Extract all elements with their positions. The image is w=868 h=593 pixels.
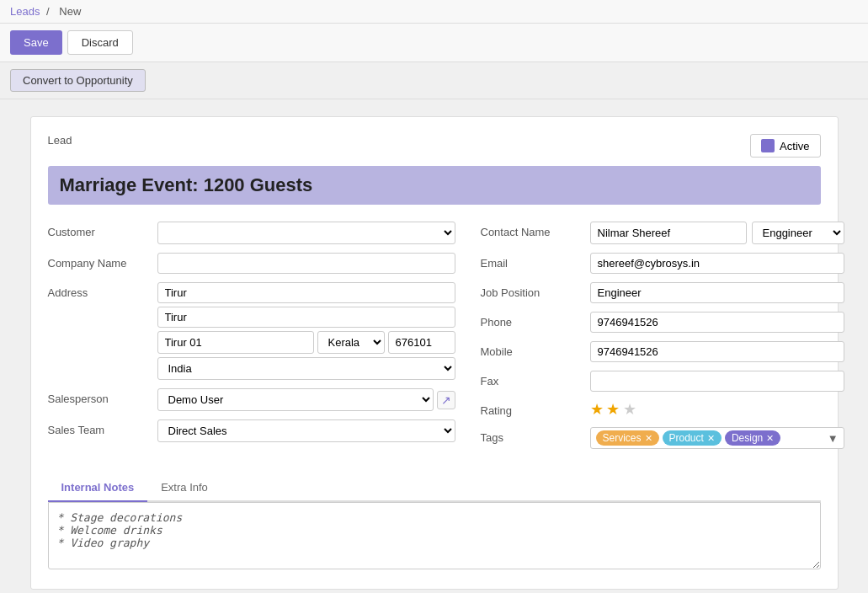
rating-group: Rating ★ ★ ★: [481, 400, 844, 419]
action-bar: Save Discard: [0, 24, 868, 62]
customer-group: Customer: [48, 222, 455, 244]
address-zip-input[interactable]: [388, 331, 455, 354]
tag-design-remove[interactable]: ✕: [766, 433, 774, 444]
tab-internal-notes[interactable]: Internal Notes: [48, 474, 148, 502]
main-content: Lead Active Marriage Event: 1200 Guests …: [0, 99, 868, 593]
address-inputs: Kerala India: [157, 282, 455, 380]
tag-services-remove[interactable]: ✕: [645, 433, 652, 444]
tag-design[interactable]: Design ✕: [725, 430, 780, 446]
email-label: Email: [481, 253, 582, 270]
tag-services[interactable]: Services ✕: [596, 430, 659, 446]
contact-name-label: Contact Name: [481, 222, 582, 238]
email-group: Email: [481, 253, 844, 274]
breadcrumb-leads-link[interactable]: Leads: [10, 5, 40, 18]
tag-product-remove[interactable]: ✕: [707, 433, 715, 444]
convert-bar: Convert to Opportunity: [0, 62, 868, 99]
sales-team-label: Sales Team: [48, 419, 149, 436]
salesperson-label: Salesperson: [48, 388, 149, 405]
left-column: Customer Company Name Address: [48, 222, 455, 457]
contact-name-group: Contact Name Enggineer: [481, 222, 844, 244]
job-position-input[interactable]: [590, 282, 844, 303]
tab-extra-info[interactable]: Extra Info: [147, 474, 221, 502]
salesperson-group: Salesperson Demo User ↗: [48, 388, 455, 411]
rating-label: Rating: [481, 400, 582, 417]
tags-dropdown-icon[interactable]: ▼: [828, 432, 839, 445]
status-icon: [761, 139, 775, 152]
address-label: Address: [48, 282, 149, 299]
rating-stars: ★ ★ ★: [590, 400, 636, 419]
salesperson-select[interactable]: Demo User: [157, 388, 434, 411]
tabs-bar: Internal Notes Extra Info: [48, 474, 821, 502]
contact-name-row: Enggineer: [590, 222, 844, 244]
tag-product[interactable]: Product ✕: [663, 430, 722, 446]
breadcrumb-separator: /: [46, 5, 50, 18]
form-card: Lead Active Marriage Event: 1200 Guests …: [30, 116, 839, 590]
sales-team-select[interactable]: Direct Sales: [157, 419, 455, 442]
discard-button[interactable]: Discard: [67, 30, 133, 55]
convert-to-opportunity-button[interactable]: Convert to Opportunity: [10, 69, 146, 92]
fax-input[interactable]: [590, 371, 844, 392]
sales-team-group: Sales Team Direct Sales: [48, 419, 455, 442]
star-1[interactable]: ★: [590, 401, 604, 418]
star-2[interactable]: ★: [606, 401, 620, 418]
customer-select[interactable]: [157, 222, 455, 244]
address-group: Address Kerala India: [48, 282, 455, 380]
company-name-input[interactable]: [157, 253, 455, 274]
phone-group: Phone: [481, 312, 844, 333]
customer-label: Customer: [48, 222, 149, 238]
breadcrumb: Leads / New: [0, 0, 868, 24]
save-button[interactable]: Save: [10, 30, 62, 55]
job-position-label: Job Position: [481, 282, 582, 299]
address-line1-input[interactable]: [157, 282, 455, 303]
mobile-input[interactable]: [590, 341, 844, 362]
tag-design-label: Design: [732, 432, 763, 444]
mobile-label: Mobile: [481, 341, 582, 358]
lead-header: Lead Active: [48, 134, 821, 158]
breadcrumb-current: New: [59, 5, 81, 18]
address-city-row: Kerala: [157, 331, 455, 354]
form-columns: Customer Company Name Address: [48, 222, 821, 457]
company-name-group: Company Name: [48, 253, 455, 274]
contact-first-name-input[interactable]: [590, 222, 747, 244]
address-line2-input[interactable]: [157, 307, 455, 328]
address-state-select[interactable]: Kerala: [317, 331, 385, 354]
job-position-group: Job Position: [481, 282, 844, 303]
star-3[interactable]: ★: [623, 401, 636, 418]
phone-input[interactable]: [590, 312, 844, 333]
tags-label: Tags: [481, 427, 582, 444]
right-column: Contact Name Enggineer Email Job Positio…: [481, 222, 844, 457]
tags-container[interactable]: Services ✕ Product ✕ Design ✕ ▼: [590, 427, 844, 449]
contact-title-select[interactable]: Enggineer: [752, 222, 844, 244]
address-country-select[interactable]: India: [157, 357, 455, 380]
salesperson-row: Demo User ↗: [157, 388, 455, 411]
lead-label: Lead: [48, 134, 72, 147]
address-city-input[interactable]: [157, 331, 314, 354]
phone-label: Phone: [481, 312, 582, 329]
fax-group: Fax: [481, 371, 844, 392]
tag-product-label: Product: [669, 432, 704, 444]
email-input[interactable]: [590, 253, 844, 274]
status-text: Active: [780, 140, 809, 152]
lead-title: Marriage Event: 1200 Guests: [48, 166, 821, 205]
status-button[interactable]: Active: [750, 134, 820, 158]
tag-services-label: Services: [603, 432, 642, 444]
internal-notes-textarea[interactable]: * Stage decorations * Welcome drinks * V…: [48, 502, 821, 569]
salesperson-external-link-icon[interactable]: ↗: [437, 391, 455, 409]
company-name-label: Company Name: [48, 253, 149, 270]
mobile-group: Mobile: [481, 341, 844, 362]
tags-group: Tags Services ✕ Product ✕ Design ✕: [481, 427, 844, 449]
fax-label: Fax: [481, 371, 582, 387]
